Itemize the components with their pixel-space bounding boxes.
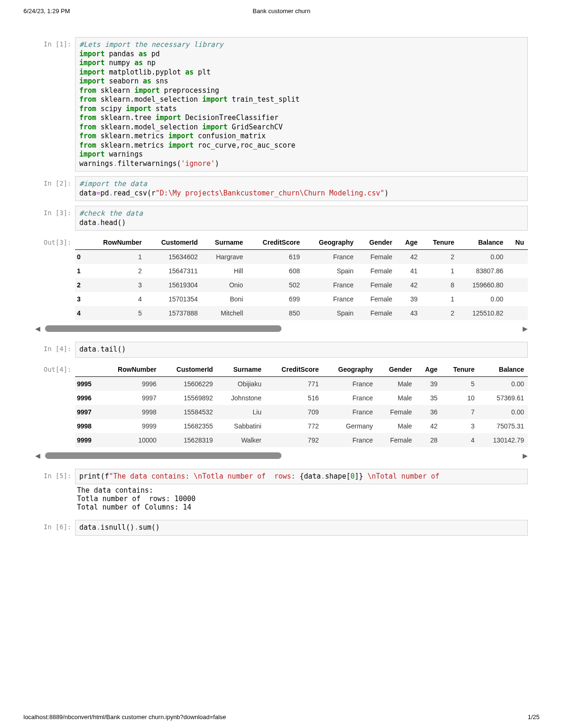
code-block-4: data.tail() — [75, 342, 528, 358]
prompt-out-3: Out[3]: — [35, 235, 75, 246]
prompt-out-4: Out[4]: — [35, 362, 75, 373]
print-title: Bank customer churn — [0, 8, 563, 15]
scroll-right-icon[interactable]: ▶ — [523, 325, 528, 332]
print-footer: localhost:8889/nbconvert/html/Bank custo… — [23, 713, 540, 720]
prompt-in-6: In [6]: — [35, 520, 75, 531]
cell-in-4: In [4]: data.tail() — [35, 342, 528, 358]
horizontal-scrollbar-1[interactable]: ◀ ▶ — [35, 325, 528, 332]
prompt-in-2: In [2]: — [35, 176, 75, 187]
scroll-track[interactable] — [45, 452, 518, 459]
prompt-in-1: In [1]: — [35, 37, 75, 48]
print-timestamp: 6/24/23, 1:29 PM — [23, 8, 70, 15]
print-header: 6/24/23, 1:29 PM Bank customer churn — [0, 0, 563, 18]
code-block-1: #Lets import the necessary library impor… — [75, 37, 528, 172]
cell-in-3: In [3]: #check the data data.head() — [35, 206, 528, 231]
code-block-3: #check the data data.head() — [75, 206, 528, 231]
code-block-5: print(f"The data contains: \nTotla numbe… — [75, 469, 528, 485]
cell-in-5: In [5]: print(f"The data contains: \nTot… — [35, 469, 528, 516]
notebook-content-3: In [5]: print(f"The data contains: \nTot… — [0, 469, 563, 536]
scroll-left-icon[interactable]: ◀ — [35, 325, 40, 332]
notebook-content: In [1]: #Lets import the necessary libra… — [0, 18, 563, 320]
cell-in-6: In [6]: data.isnull().sum() — [35, 520, 528, 536]
stdout-5: The data contains: Totla number of rows:… — [75, 484, 528, 515]
footer-page: 1/25 — [528, 713, 540, 720]
scroll-thumb[interactable] — [45, 325, 282, 332]
page: 6/24/23, 1:29 PM Bank customer churn In … — [0, 0, 563, 728]
scroll-thumb[interactable] — [45, 452, 282, 459]
footer-url: localhost:8889/nbconvert/html/Bank custo… — [23, 713, 226, 720]
cell-out-4: Out[4]: RowNumberCustomerIdSurnameCredit… — [35, 362, 528, 447]
code-block-6: data.isnull().sum() — [75, 520, 528, 536]
prompt-in-4: In [4]: — [35, 342, 75, 353]
dataframe-tail: RowNumberCustomerIdSurnameCreditScoreGeo… — [75, 362, 528, 447]
code-block-2: #import the data data=pd.read_csv(r"D:\M… — [75, 176, 528, 201]
scroll-track[interactable] — [45, 325, 518, 332]
scroll-left-icon[interactable]: ◀ — [35, 452, 40, 459]
prompt-in-5: In [5]: — [35, 469, 75, 480]
horizontal-scrollbar-2[interactable]: ◀ ▶ — [35, 452, 528, 459]
dataframe-head: RowNumberCustomerIdSurnameCreditScoreGeo… — [75, 235, 528, 320]
notebook-content-2: In [4]: data.tail() Out[4]: RowNumberCus… — [0, 342, 563, 447]
cell-in-2: In [2]: #import the data data=pd.read_cs… — [35, 176, 528, 201]
cell-out-3: Out[3]: RowNumberCustomerIdSurnameCredit… — [35, 235, 528, 320]
scroll-right-icon[interactable]: ▶ — [523, 452, 528, 459]
prompt-in-3: In [3]: — [35, 206, 75, 217]
cell-in-1: In [1]: #Lets import the necessary libra… — [35, 37, 528, 172]
